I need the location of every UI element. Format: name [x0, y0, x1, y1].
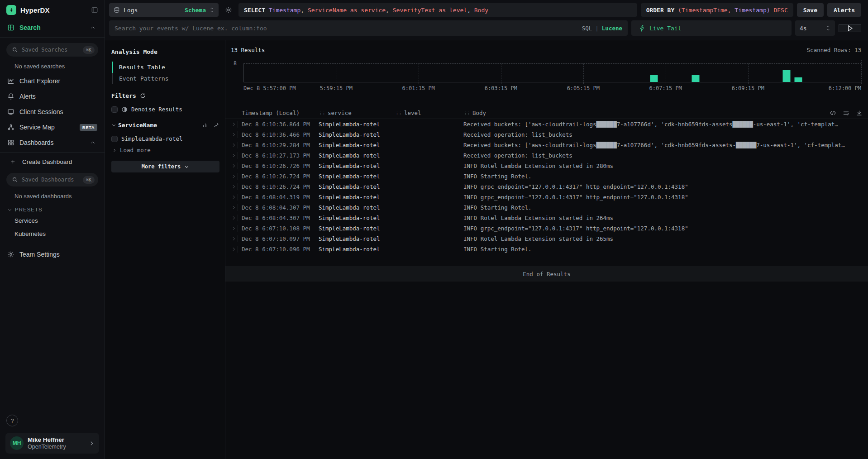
denoise-checkbox[interactable] — [111, 106, 118, 113]
top-toolbar: Logs Schema SELECT Timestamp, ServiceNam… — [105, 0, 868, 40]
presets-label: PRESETS — [15, 207, 43, 212]
cell-body: Received buckets: ['aws-cloudtrail-logs█… — [463, 142, 868, 148]
sidebar-item-client-sessions[interactable]: Client Sessions — [0, 104, 105, 120]
sql-token: SeverityText as level — [393, 7, 467, 14]
dashboards-icon — [7, 139, 14, 146]
chevron-down-icon — [111, 123, 116, 128]
saved-dashboards-input[interactable] — [22, 177, 79, 183]
column-header-level[interactable]: ⋮⋮level — [395, 110, 463, 116]
sidebar-item-label: Alerts — [19, 93, 36, 100]
results-table: Timestamp (Local) ⋮⋮service ⋮⋮level ⋮⋮Bo… — [225, 107, 868, 254]
cell-body: INFO grpc_endpoint="127.0.0.1:4317" http… — [463, 194, 868, 201]
y-axis-max-label: 8 — [234, 60, 237, 67]
chart-plot — [243, 63, 861, 82]
chevron-up-icon[interactable] — [90, 25, 97, 30]
load-more-button[interactable]: Load more — [112, 147, 219, 153]
language-toggle-sql[interactable]: SQL — [582, 25, 592, 32]
mode-results-table[interactable]: Results Table — [112, 62, 219, 73]
denoise-results-option[interactable]: Denoise Results — [111, 106, 219, 113]
saved-dashboards-search[interactable]: ⌘K — [6, 173, 98, 186]
create-dashboard-button[interactable]: Create Dashboard — [0, 154, 105, 169]
table-row[interactable]: Dec 8 6:07:10.097 PMSimpleLambda-rotelIN… — [225, 234, 868, 244]
search-section-icon — [7, 24, 14, 31]
saved-searches-input[interactable] — [22, 47, 79, 53]
sidebar-item-search[interactable]: Search — [0, 20, 105, 35]
column-header-service[interactable]: ⋮⋮service — [319, 110, 395, 116]
presets-toggle[interactable]: PRESETS — [0, 203, 105, 214]
facet-name: ServiceName — [118, 122, 157, 129]
facet-chart-icon[interactable] — [202, 122, 208, 128]
alerts-button[interactable]: Alerts — [827, 3, 861, 17]
results-table-header: Timestamp (Local) ⋮⋮service ⋮⋮level ⋮⋮Bo… — [225, 107, 868, 119]
facet-pin-icon[interactable] — [214, 122, 219, 128]
table-row[interactable]: Dec 8 6:10:36.864 PMSimpleLambda-rotelRe… — [225, 119, 868, 129]
sidebar-item-team-settings[interactable]: Team Settings — [0, 247, 105, 262]
cell-service: SimpleLambda-rotel — [319, 183, 395, 190]
wrap-lines-icon[interactable] — [843, 110, 849, 116]
drag-handle-icon[interactable]: ⋮⋮ — [395, 111, 401, 115]
user-menu[interactable]: MH Mike Heffner OpenTelemetry — [5, 433, 99, 454]
chart-x-tick-label: 6:01:15 PM — [402, 85, 435, 91]
event-search-box[interactable]: SQL | Lucene — [109, 20, 628, 36]
column-header-timestamp[interactable]: Timestamp (Local) — [242, 110, 319, 116]
table-row[interactable]: Dec 8 6:07:10.108 PMSimpleLambda-rotelIN… — [225, 223, 868, 234]
facet-value-checkbox[interactable] — [111, 136, 118, 142]
select-clause-input[interactable]: SELECT Timestamp, ServiceName as service… — [238, 3, 637, 17]
order-by-input[interactable]: ORDER BY (TimestampTime, Timestamp) DESC — [641, 3, 793, 17]
table-row[interactable]: Dec 8 6:10:36.466 PMSimpleLambda-rotelRe… — [225, 129, 868, 140]
results-table-body: Dec 8 6:10:36.864 PMSimpleLambda-rotelRe… — [225, 119, 868, 254]
sidebar-collapse-icon[interactable] — [91, 6, 98, 14]
chart-gridline — [501, 63, 501, 84]
table-row[interactable]: Dec 8 6:07:10.096 PMSimpleLambda-rotelIN… — [225, 244, 868, 254]
sql-token: Timestamp) — [731, 7, 770, 14]
refresh-interval-select[interactable]: 4s — [795, 20, 835, 36]
table-row[interactable]: Dec 8 6:10:26.724 PMSimpleLambda-rotelIN… — [225, 182, 868, 192]
facet-value-row[interactable]: SimpleLambda-rotel — [111, 135, 219, 142]
drag-handle-icon[interactable]: ⋮⋮ — [319, 111, 325, 115]
download-icon[interactable] — [856, 110, 863, 116]
chevron-up-icon[interactable] — [90, 140, 97, 145]
table-row[interactable]: Dec 8 6:10:27.173 PMSimpleLambda-rotelRe… — [225, 150, 868, 161]
drag-handle-icon[interactable]: ⋮⋮ — [463, 111, 470, 115]
table-row[interactable]: Dec 8 6:08:04.307 PMSimpleLambda-rotelIN… — [225, 213, 868, 223]
source-select[interactable]: Logs Schema — [109, 3, 219, 17]
query-settings-gear-icon[interactable] — [222, 4, 235, 16]
refresh-interval-value: 4s — [800, 25, 807, 32]
results-count: 13 Results — [231, 47, 265, 53]
chart-x-tick-label: 6:05:15 PM — [567, 85, 600, 91]
live-tail-label: Live Tail — [649, 25, 681, 32]
table-row[interactable]: Dec 8 6:10:29.284 PMSimpleLambda-rotelRe… — [225, 140, 868, 150]
column-header-body[interactable]: ⋮⋮Body — [463, 110, 821, 116]
language-toggle-lucene[interactable]: Lucene — [602, 25, 622, 32]
table-row[interactable]: Dec 8 6:08:04.307 PMSimpleLambda-rotelIN… — [225, 202, 868, 213]
view-source-code-icon[interactable] — [830, 110, 836, 116]
sidebar-item-chart-explorer[interactable]: Chart Explorer — [0, 73, 105, 89]
source-label: Logs — [124, 7, 138, 14]
table-row[interactable]: Dec 8 6:10:26.726 PMSimpleLambda-rotelIN… — [225, 161, 868, 171]
sql-token: DESC — [770, 7, 788, 14]
chart-gridline — [337, 63, 337, 84]
save-button[interactable]: Save — [797, 3, 824, 17]
facet-servicename[interactable]: ServiceName — [111, 122, 219, 129]
sidebar-item-alerts[interactable]: Alerts — [0, 89, 105, 104]
help-button[interactable]: ? — [6, 415, 18, 426]
sidebar-item-dashboards[interactable]: Dashboards — [0, 135, 105, 150]
lightning-bolt-icon — [639, 25, 645, 32]
cell-timestamp: Dec 8 6:07:10.108 PM — [238, 225, 319, 232]
sidebar-item-service-map[interactable]: Service Map BETA — [0, 120, 105, 135]
refresh-icon[interactable] — [140, 93, 146, 99]
event-search-input[interactable] — [114, 25, 577, 32]
preset-item-services[interactable]: Services — [0, 214, 105, 227]
chart-gridline — [419, 63, 419, 84]
table-row[interactable]: Dec 8 6:08:04.319 PMSimpleLambda-rotelIN… — [225, 192, 868, 202]
filters-panel: Analysis Mode Results Table Event Patter… — [105, 40, 225, 459]
hyperdx-logo-icon — [6, 5, 16, 15]
chevron-down-icon — [7, 207, 12, 212]
saved-searches-search[interactable]: ⌘K — [6, 43, 98, 57]
run-query-play-button[interactable] — [839, 24, 861, 32]
more-filters-button[interactable]: More filters — [111, 161, 219, 172]
preset-item-kubernetes[interactable]: Kubernetes — [0, 227, 105, 240]
mode-event-patterns[interactable]: Event Patterns — [112, 73, 219, 84]
live-tail-button[interactable]: Live Tail — [631, 20, 792, 36]
table-row[interactable]: Dec 8 6:10:26.724 PMSimpleLambda-rotelIN… — [225, 171, 868, 182]
